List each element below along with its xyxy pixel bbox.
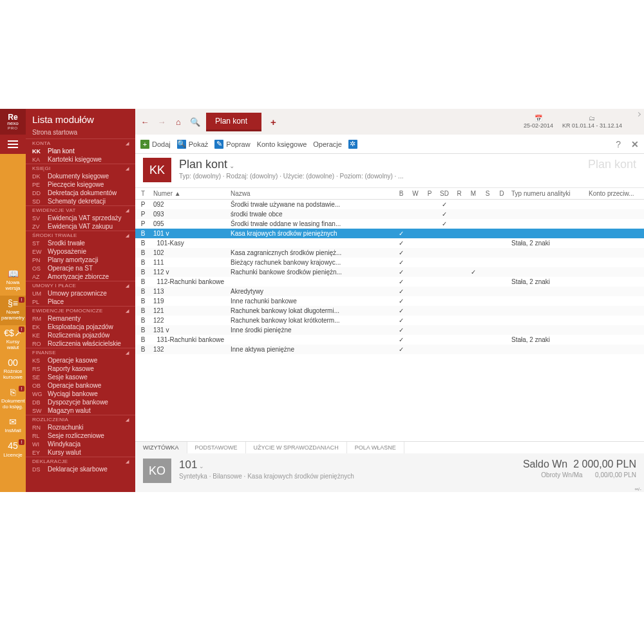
konto-button[interactable]: Konto księgowe bbox=[257, 140, 307, 148]
table-row[interactable]: P095Środki trwałe oddane w leasing finan… bbox=[135, 219, 644, 229]
add-button[interactable]: +Dodaj bbox=[140, 140, 171, 149]
tab-plan-kont[interactable]: Plan kont bbox=[206, 113, 261, 131]
show-button[interactable]: 🔍Pokaż bbox=[177, 140, 209, 149]
column-header[interactable]: Konto przeciw... bbox=[586, 188, 644, 200]
column-header[interactable]: S bbox=[480, 188, 495, 200]
module-title[interactable]: Plan kont⌄ bbox=[179, 158, 403, 171]
group-header[interactable]: ŚRODKI TRWAŁE◢ bbox=[26, 231, 135, 239]
sidebar-item-wg[interactable]: WGWyciągi bankowe bbox=[26, 390, 135, 398]
table-row[interactable]: B102Kasa zagranicznych środków pienięż..… bbox=[135, 248, 644, 258]
nav-home-icon[interactable]: ⌂ bbox=[173, 117, 184, 127]
table-row[interactable]: B 101-Kasy✓Stała, 2 znaki bbox=[135, 238, 644, 248]
sidebar-item-st[interactable]: STŚrodki trwałe bbox=[26, 239, 135, 247]
detail-toggle-icon[interactable]: ∞/- bbox=[634, 486, 641, 492]
nav-search-icon[interactable]: 🔍 bbox=[189, 117, 201, 127]
table-row[interactable]: B 131-Rachunki bankowe✓Stała, 2 znaki bbox=[135, 335, 644, 345]
sidebar-item-zv[interactable]: ZVEwidencja VAT zakupu bbox=[26, 222, 135, 231]
operations-button[interactable]: Operacje bbox=[313, 140, 342, 148]
table-row[interactable]: B113Akredytywy✓ bbox=[135, 287, 644, 296]
topbar-period[interactable]: 🗂KR 01.01.14 - 31.12.14 bbox=[562, 115, 622, 129]
table-row[interactable]: B122Rachunek bankowy lokat krótkoterm...… bbox=[135, 316, 644, 325]
sidebar-item-ke[interactable]: KERozliczenia pojazdów bbox=[26, 331, 135, 339]
sidebar-item-pn[interactable]: PNPlany amortyzacji bbox=[26, 256, 135, 264]
nav-back-icon[interactable]: ← bbox=[139, 117, 151, 127]
sidebar-item-rl[interactable]: RLSesje rozliczeniowe bbox=[26, 431, 135, 440]
group-header[interactable]: KONTA◢ bbox=[26, 139, 135, 147]
column-header[interactable]: W bbox=[408, 188, 422, 200]
help-icon[interactable]: ? bbox=[616, 139, 621, 149]
column-header[interactable]: M bbox=[466, 188, 480, 200]
sidebar-item-ey[interactable]: EYKursy walut bbox=[26, 448, 135, 457]
sidebar-item-dk[interactable]: DKDokumenty księgowe bbox=[26, 172, 135, 180]
sidebar-item-dd[interactable]: DDDekretacja dokumentów bbox=[26, 189, 135, 197]
topbar-date[interactable]: 📅25-02-2014 bbox=[524, 115, 553, 129]
table-row[interactable]: B101 vKasa krajowych środków pieniężnych… bbox=[135, 229, 644, 238]
sidebar-item-rn[interactable]: RNRozrachunki bbox=[26, 423, 135, 431]
detail-title[interactable]: 101⌄ bbox=[179, 459, 354, 471]
rail-item-4[interactable]: ⎘Dokument do księg.! bbox=[0, 384, 26, 414]
group-header[interactable]: ROZLICZENIA◢ bbox=[26, 415, 135, 423]
sidebar-item-ek[interactable]: EKEksploatacja pojazdów bbox=[26, 323, 135, 331]
column-header[interactable]: R bbox=[452, 188, 466, 200]
close-icon[interactable]: ✕ bbox=[631, 139, 639, 149]
detail-tab[interactable]: POLA WŁASNE bbox=[347, 442, 404, 453]
fix-button[interactable]: ✎Popraw bbox=[214, 140, 250, 149]
table-row[interactable]: B131 vInne środki pieniężne✓ bbox=[135, 325, 644, 335]
table-row[interactable]: P093środki trwałe obce✓ bbox=[135, 209, 644, 219]
rail-item-6[interactable]: 45Licencje! bbox=[0, 438, 26, 462]
sidebar-item-kk[interactable]: KKPlan kont bbox=[26, 147, 135, 155]
sidebar-item-um[interactable]: UMUmowy pracownicze bbox=[26, 289, 135, 298]
group-header[interactable]: EWIDENCJE VAT◢ bbox=[26, 206, 135, 214]
detail-tab[interactable]: WIZYTÓWKA bbox=[135, 442, 187, 453]
group-header[interactable]: EWIDENCJE POMOCNICZE◢ bbox=[26, 307, 135, 314]
sidebar-item-ro[interactable]: RORozliczenia właścicielskie bbox=[26, 339, 135, 348]
table-row[interactable]: B111Bieżący rachunek bankowy krajowyc...… bbox=[135, 258, 644, 267]
sidebar-item-db[interactable]: DBDyspozycje bankowe bbox=[26, 398, 135, 406]
sidebar-item-ka[interactable]: KAKartoteki księgowe bbox=[26, 155, 135, 164]
rail-item-2[interactable]: €$↗Kursy walut! bbox=[0, 325, 26, 355]
sidebar-item-az[interactable]: AZAmortyzacje zbiorcze bbox=[26, 272, 135, 281]
sidebar-item-pe[interactable]: PEPieczęcie księgowe bbox=[26, 180, 135, 189]
detail-tab[interactable]: PODSTAWOWE bbox=[187, 442, 246, 453]
sidebar-item-rs[interactable]: RSRaporty kasowe bbox=[26, 365, 135, 373]
group-header[interactable]: DEKLARACJE◢ bbox=[26, 457, 135, 465]
column-header[interactable]: B bbox=[394, 188, 408, 200]
table-row[interactable]: B121Rachunek bankowy lokat długotermi...… bbox=[135, 306, 644, 316]
sidebar-item-pl[interactable]: PLPłace bbox=[26, 298, 135, 306]
group-header[interactable]: KSIĘGI◢ bbox=[26, 164, 135, 172]
nav-forward-icon[interactable]: → bbox=[156, 117, 167, 127]
group-header[interactable]: FINANSE◢ bbox=[26, 348, 135, 356]
table-row[interactable]: B119Inne rachunki bankowe✓ bbox=[135, 296, 644, 306]
module-filter-summary[interactable]: Typ: (dowolny) · Rodzaj: (dowolny) · Uży… bbox=[179, 173, 403, 180]
detail-tab[interactable]: UŻYCIE W SPRAWOZDANIACH bbox=[246, 442, 347, 453]
column-header[interactable]: T bbox=[135, 188, 151, 200]
sidebar-item-se[interactable]: SESesje kasowe bbox=[26, 373, 135, 381]
column-header[interactable]: Nazwa bbox=[228, 188, 394, 200]
sidebar-item-os[interactable]: OSOperacje na ŚT bbox=[26, 264, 135, 272]
sidebar-item-ks[interactable]: KSOperacje kasowe bbox=[26, 356, 135, 365]
table-row[interactable]: B112 vRachunki bankowe środków pieniężn.… bbox=[135, 267, 644, 277]
sidebar-item-sw[interactable]: SWMagazyn walut bbox=[26, 406, 135, 415]
group-header[interactable]: UMOWY I PŁACE◢ bbox=[26, 281, 135, 289]
sidebar-item-ob[interactable]: OBOperacje bankowe bbox=[26, 381, 135, 390]
column-header[interactable]: Numer ▲ bbox=[151, 188, 228, 200]
add-tab-icon[interactable]: + bbox=[267, 117, 280, 128]
settings-button[interactable]: ✲ bbox=[348, 140, 357, 149]
menu-toggle-icon[interactable] bbox=[0, 135, 26, 154]
column-header[interactable]: P bbox=[422, 188, 437, 200]
rail-item-0[interactable]: 📖Nowa wersja bbox=[0, 266, 26, 296]
column-header[interactable]: D bbox=[495, 188, 509, 200]
sidebar-start-page[interactable]: Strona startowa bbox=[26, 128, 135, 138]
table-row[interactable]: B 112-Rachunki bankowe✓Stała, 2 znaki bbox=[135, 277, 644, 287]
sidebar-item-ds[interactable]: DSDeklaracje skarbowe bbox=[26, 465, 135, 473]
sidebar-item-rm[interactable]: RMRemanenty bbox=[26, 314, 135, 323]
sidebar-item-ew[interactable]: EWWyposażenie bbox=[26, 247, 135, 256]
column-header[interactable]: SD bbox=[437, 188, 452, 200]
rail-item-3[interactable]: 00Różnice kursowe bbox=[0, 355, 26, 384]
rail-item-1[interactable]: §≡Nowe parametry! bbox=[0, 296, 26, 325]
table-row[interactable]: P092Środki trwałe używane na podstawie..… bbox=[135, 200, 644, 210]
column-header[interactable]: Typ numeru analityki bbox=[509, 188, 586, 200]
sidebar-item-sv[interactable]: SVEwidencja VAT sprzedaży bbox=[26, 214, 135, 222]
table-row[interactable]: B132Inne aktywa pieniężne✓ bbox=[135, 345, 644, 354]
sidebar-item-sd[interactable]: SDSchematy dekretacji bbox=[26, 197, 135, 205]
